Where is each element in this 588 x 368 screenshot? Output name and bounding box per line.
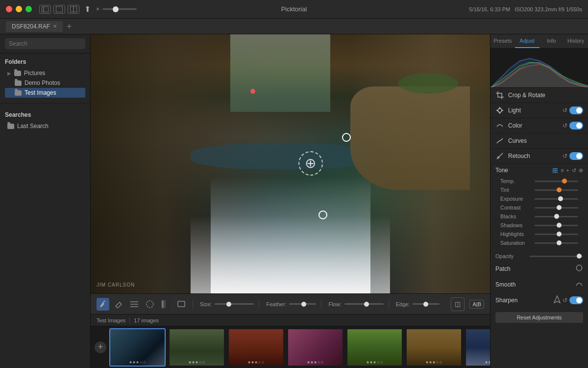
film-thumbnail-7[interactable]: ★★★☆☆ [465, 328, 490, 367]
svg-point-9 [147, 301, 153, 308]
light-row[interactable]: Light ↺ [490, 103, 588, 118]
svg-rect-11 [178, 301, 185, 307]
tint-slider-row: Tint [495, 185, 583, 194]
curves-row[interactable]: Curves [490, 133, 588, 148]
exposure-track[interactable] [535, 198, 578, 200]
opacity-slider-row: Opacity [490, 251, 588, 261]
tone-reset-icon[interactable]: ↺ [572, 167, 576, 174]
eraser-tool-button[interactable] [112, 298, 125, 311]
tone-filter-icon[interactable]: ⊞ [552, 166, 558, 174]
edge-slider[interactable] [413, 303, 440, 305]
smooth-row: Smooth [490, 277, 588, 292]
folder-icon [14, 71, 21, 76]
tab-add-button[interactable]: + [67, 22, 72, 31]
color-toggle[interactable] [569, 122, 583, 130]
gradient-tool-button[interactable] [159, 298, 172, 311]
climber-marker [250, 89, 255, 94]
toolbar-separator-4 [389, 299, 389, 309]
film-thumbnail-6[interactable]: ★★★☆☆ [406, 328, 462, 367]
tone-delete-icon[interactable]: ⊗ [579, 167, 583, 174]
share-icon[interactable]: ⬆ [84, 4, 91, 14]
retouch-actions: ↺ [563, 152, 583, 160]
temp-slider-row: Temp. [495, 177, 583, 185]
crop-rotate-row[interactable]: Crop & Rotate [490, 88, 588, 103]
curves-icon [495, 136, 504, 145]
canvas-area: ⊕ JIM CARLSON [91, 34, 490, 368]
lasso-tool-button[interactable] [144, 298, 156, 311]
temp-track[interactable] [535, 181, 578, 182]
maximize-button[interactable] [25, 6, 32, 12]
light-toggle[interactable] [569, 106, 583, 114]
sharpen-reset-icon[interactable]: ↺ [563, 297, 567, 304]
size-slider[interactable] [215, 303, 254, 305]
feather-slider[interactable] [289, 303, 316, 305]
opacity-track[interactable] [530, 256, 583, 257]
film-thumbnail-4[interactable]: ★★★☆☆ [287, 328, 343, 367]
retouch-row[interactable]: Retouch ↺ [490, 149, 588, 163]
toolbar-separator-3 [321, 299, 321, 309]
chevron-icon: ▶ [7, 71, 11, 76]
layout-icon-2[interactable] [53, 5, 65, 14]
smooth-icon[interactable] [575, 280, 583, 289]
brightness-slider[interactable]: ☀ [96, 6, 137, 12]
blacks-track[interactable] [535, 216, 578, 217]
sidebar-item-demo-photos[interactable]: Demo Photos [5, 78, 85, 88]
shadows-track[interactable] [535, 225, 578, 226]
color-row[interactable]: Color ↺ [490, 118, 588, 133]
tabbar: DSF8204.RAF ✕ + [0, 19, 588, 34]
film-thumbnail-5[interactable]: ★★★☆☆ [346, 328, 403, 367]
retouch-reset-icon[interactable]: ↺ [563, 153, 567, 159]
sidebar-item-last-search[interactable]: Last Search [5, 121, 85, 131]
toolbar-bottom: Size: Feather: Flow: Edge: ◫ A|B [91, 293, 490, 314]
brush-tool-button[interactable] [97, 298, 109, 311]
light-actions: ↺ [563, 106, 583, 114]
film-thumbnail-2[interactable]: ★★★☆☆ [169, 328, 225, 367]
reset-adjustments-button[interactable]: Reset Adjustments [495, 312, 583, 323]
rect-tool-button[interactable] [175, 298, 188, 311]
film-thumbnail-3[interactable]: ★★★☆☆ [228, 328, 284, 367]
tab-adjust[interactable]: Adjust [515, 34, 539, 48]
sidebar-item-test-images[interactable]: Test Images [5, 88, 85, 98]
sharpen-icon[interactable] [554, 295, 561, 305]
canvas-container[interactable]: ⊕ JIM CARLSON [91, 34, 490, 293]
contrast-slider-row: Contrast [495, 203, 583, 212]
color-reset-icon[interactable]: ↺ [563, 122, 567, 129]
tab-presets[interactable]: Presets [490, 34, 515, 48]
lines-tool-button[interactable] [128, 298, 141, 311]
retouch-toggle[interactable] [569, 152, 583, 160]
tone-list-icon[interactable]: ≡ [561, 167, 564, 173]
tab-close-button[interactable]: ✕ [53, 24, 57, 29]
svg-rect-10 [162, 300, 170, 308]
patch-icon[interactable] [575, 264, 583, 274]
light-icon [495, 106, 504, 115]
sharpen-toggle[interactable] [569, 296, 583, 304]
highlights-track[interactable] [535, 234, 578, 235]
saturation-track[interactable] [535, 242, 578, 244]
search-input[interactable] [5, 38, 85, 49]
tab-info[interactable]: Info [539, 34, 564, 48]
minimize-button[interactable] [16, 6, 22, 12]
ab-toggle-button[interactable]: A|B [469, 300, 484, 309]
snapshot-button[interactable]: ◫ [451, 297, 465, 311]
layout-icon-3[interactable] [68, 5, 79, 14]
tone-header: Tone ⊞ ≡ + ↺ ⊗ [490, 164, 588, 177]
folder-icon [15, 80, 22, 86]
film-thumbnail-1[interactable]: ★★★☆☆ [109, 328, 166, 367]
tab-history[interactable]: History [564, 34, 588, 48]
highlights-label: Highlights [500, 231, 535, 237]
light-reset-icon[interactable]: ↺ [563, 107, 567, 114]
close-button[interactable] [6, 6, 12, 12]
add-to-filmstrip-button[interactable]: + [95, 342, 106, 353]
current-tab[interactable]: DSF8204.RAF ✕ [6, 21, 63, 32]
star-rating-6: ★★★☆☆ [425, 360, 442, 365]
star-rating-3: ★★★☆☆ [247, 360, 265, 365]
sidebar-item-pictures[interactable]: ▶ Pictures [5, 68, 85, 78]
layout-icon-1[interactable] [39, 5, 51, 14]
tint-track[interactable] [535, 189, 578, 191]
tone-add-icon[interactable]: + [566, 167, 569, 173]
flow-slider[interactable] [344, 303, 384, 305]
contrast-track[interactable] [535, 207, 578, 209]
filmstrip: Test Images 17 images + ★★★☆☆ ★★★☆☆ [91, 314, 490, 368]
curves-section: Curves [490, 133, 588, 149]
crop-rotate-label: Crop & Rotate [508, 92, 583, 99]
